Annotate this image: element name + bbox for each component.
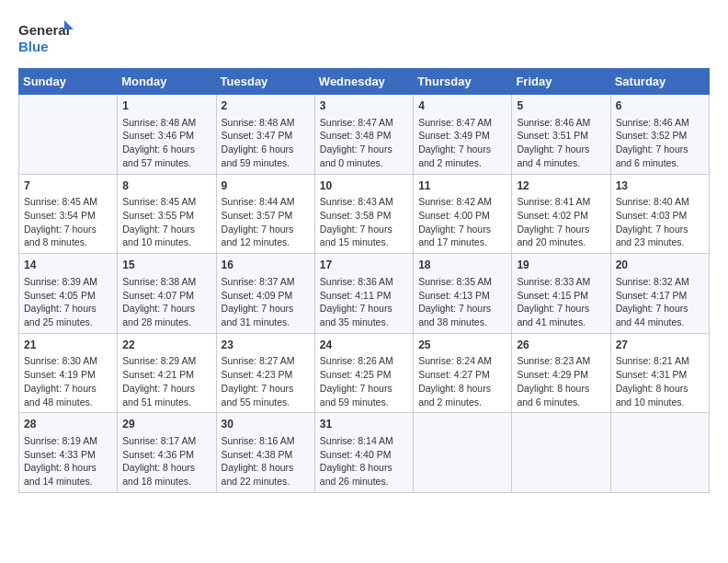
weekday-header: Friday <box>512 69 610 95</box>
calendar-week-row: 7Sunrise: 8:45 AMSunset: 3:54 PMDaylight… <box>19 174 710 254</box>
calendar-cell <box>512 413 610 493</box>
calendar-cell: 31Sunrise: 8:14 AMSunset: 4:40 PMDayligh… <box>314 413 413 493</box>
day-number: 6 <box>616 98 704 114</box>
day-number: 12 <box>517 178 605 194</box>
day-info: Sunrise: 8:44 AMSunset: 3:57 PMDaylight:… <box>222 195 310 249</box>
calendar-cell: 12Sunrise: 8:41 AMSunset: 4:02 PMDayligh… <box>512 174 610 254</box>
day-info: Sunrise: 8:37 AMSunset: 4:09 PMDaylight:… <box>222 275 310 329</box>
day-info: Sunrise: 8:47 AMSunset: 3:49 PMDaylight:… <box>418 116 506 170</box>
day-number: 28 <box>24 417 112 432</box>
day-info: Sunrise: 8:46 AMSunset: 3:51 PMDaylight:… <box>517 116 605 170</box>
day-info: Sunrise: 8:48 AMSunset: 3:47 PMDaylight:… <box>222 116 310 170</box>
day-number: 27 <box>616 338 704 353</box>
day-number: 7 <box>24 178 112 194</box>
day-number: 11 <box>418 178 506 194</box>
svg-text:General: General <box>18 22 70 38</box>
day-number: 15 <box>122 258 210 273</box>
calendar-week-row: 21Sunrise: 8:30 AMSunset: 4:19 PMDayligh… <box>19 333 710 413</box>
day-info: Sunrise: 8:35 AMSunset: 4:13 PMDaylight:… <box>418 275 506 329</box>
calendar-cell: 3Sunrise: 8:47 AMSunset: 3:48 PMDaylight… <box>314 95 413 175</box>
calendar-cell: 23Sunrise: 8:27 AMSunset: 4:23 PMDayligh… <box>216 333 314 413</box>
weekday-header: Thursday <box>414 69 512 95</box>
day-number: 4 <box>418 98 506 114</box>
day-number: 20 <box>616 258 704 273</box>
day-info: Sunrise: 8:46 AMSunset: 3:52 PMDaylight:… <box>616 116 704 170</box>
day-info: Sunrise: 8:23 AMSunset: 4:29 PMDaylight:… <box>517 354 605 408</box>
day-info: Sunrise: 8:42 AMSunset: 4:00 PMDaylight:… <box>418 195 506 249</box>
calendar-cell: 4Sunrise: 8:47 AMSunset: 3:49 PMDaylight… <box>414 95 512 175</box>
calendar-cell: 15Sunrise: 8:38 AMSunset: 4:07 PMDayligh… <box>118 254 216 334</box>
calendar-table: SundayMondayTuesdayWednesdayThursdayFrid… <box>18 68 710 493</box>
calendar-cell <box>414 413 512 493</box>
day-info: Sunrise: 8:45 AMSunset: 3:54 PMDaylight:… <box>24 195 112 249</box>
day-number: 3 <box>320 98 408 114</box>
calendar-cell: 16Sunrise: 8:37 AMSunset: 4:09 PMDayligh… <box>216 254 314 334</box>
calendar-cell: 20Sunrise: 8:32 AMSunset: 4:17 PMDayligh… <box>610 254 709 334</box>
day-number: 31 <box>320 417 408 432</box>
calendar-cell: 8Sunrise: 8:45 AMSunset: 3:55 PMDaylight… <box>118 174 216 254</box>
calendar-cell: 22Sunrise: 8:29 AMSunset: 4:21 PMDayligh… <box>118 333 216 413</box>
day-info: Sunrise: 8:32 AMSunset: 4:17 PMDaylight:… <box>616 275 704 329</box>
day-number: 17 <box>320 258 408 273</box>
weekday-header: Tuesday <box>216 69 314 95</box>
calendar-cell: 26Sunrise: 8:23 AMSunset: 4:29 PMDayligh… <box>512 333 610 413</box>
day-info: Sunrise: 8:21 AMSunset: 4:31 PMDaylight:… <box>616 354 704 408</box>
day-info: Sunrise: 8:41 AMSunset: 4:02 PMDaylight:… <box>517 195 605 249</box>
day-number: 16 <box>222 258 310 273</box>
day-info: Sunrise: 8:43 AMSunset: 3:58 PMDaylight:… <box>320 195 408 249</box>
day-info: Sunrise: 8:17 AMSunset: 4:36 PMDaylight:… <box>122 434 210 488</box>
weekday-header: Monday <box>118 69 216 95</box>
day-number: 8 <box>122 178 210 194</box>
svg-text:Blue: Blue <box>18 39 49 54</box>
day-info: Sunrise: 8:26 AMSunset: 4:25 PMDaylight:… <box>320 354 408 408</box>
weekday-header-row: SundayMondayTuesdayWednesdayThursdayFrid… <box>19 69 710 95</box>
weekday-header: Sunday <box>19 69 118 95</box>
day-number: 10 <box>320 178 408 194</box>
calendar-cell <box>610 413 709 493</box>
calendar-cell: 6Sunrise: 8:46 AMSunset: 3:52 PMDaylight… <box>610 95 709 175</box>
calendar-week-row: 14Sunrise: 8:39 AMSunset: 4:05 PMDayligh… <box>19 254 710 334</box>
day-info: Sunrise: 8:33 AMSunset: 4:15 PMDaylight:… <box>517 275 605 329</box>
day-number: 14 <box>24 258 112 273</box>
calendar-cell: 24Sunrise: 8:26 AMSunset: 4:25 PMDayligh… <box>314 333 413 413</box>
day-number: 19 <box>517 258 605 273</box>
day-number: 23 <box>222 338 310 353</box>
calendar-cell <box>19 95 118 175</box>
day-info: Sunrise: 8:36 AMSunset: 4:11 PMDaylight:… <box>320 275 408 329</box>
day-number: 5 <box>517 98 605 114</box>
day-number: 25 <box>418 338 506 353</box>
day-info: Sunrise: 8:45 AMSunset: 3:55 PMDaylight:… <box>122 195 210 249</box>
calendar-cell: 21Sunrise: 8:30 AMSunset: 4:19 PMDayligh… <box>19 333 118 413</box>
calendar-week-row: 28Sunrise: 8:19 AMSunset: 4:33 PMDayligh… <box>19 413 710 493</box>
calendar-cell: 27Sunrise: 8:21 AMSunset: 4:31 PMDayligh… <box>610 333 709 413</box>
day-number: 22 <box>122 338 210 353</box>
day-number: 26 <box>517 338 605 353</box>
day-info: Sunrise: 8:39 AMSunset: 4:05 PMDaylight:… <box>24 275 112 329</box>
day-number: 30 <box>222 417 310 432</box>
day-number: 9 <box>222 178 310 194</box>
day-info: Sunrise: 8:27 AMSunset: 4:23 PMDaylight:… <box>222 354 310 408</box>
day-info: Sunrise: 8:19 AMSunset: 4:33 PMDaylight:… <box>24 434 112 488</box>
day-number: 29 <box>122 417 210 432</box>
calendar-cell: 11Sunrise: 8:42 AMSunset: 4:00 PMDayligh… <box>414 174 512 254</box>
calendar-cell: 17Sunrise: 8:36 AMSunset: 4:11 PMDayligh… <box>314 254 413 334</box>
day-number: 2 <box>222 98 310 114</box>
day-number: 21 <box>24 338 112 353</box>
day-info: Sunrise: 8:47 AMSunset: 3:48 PMDaylight:… <box>320 116 408 170</box>
calendar-week-row: 1Sunrise: 8:48 AMSunset: 3:46 PMDaylight… <box>19 95 710 175</box>
day-info: Sunrise: 8:38 AMSunset: 4:07 PMDaylight:… <box>122 275 210 329</box>
day-info: Sunrise: 8:40 AMSunset: 4:03 PMDaylight:… <box>616 195 704 249</box>
logo: GeneralBlue <box>18 18 74 59</box>
calendar-cell: 29Sunrise: 8:17 AMSunset: 4:36 PMDayligh… <box>118 413 216 493</box>
day-info: Sunrise: 8:29 AMSunset: 4:21 PMDaylight:… <box>122 354 210 408</box>
calendar-cell: 5Sunrise: 8:46 AMSunset: 3:51 PMDaylight… <box>512 95 610 175</box>
day-number: 18 <box>418 258 506 273</box>
calendar-cell: 14Sunrise: 8:39 AMSunset: 4:05 PMDayligh… <box>19 254 118 334</box>
day-info: Sunrise: 8:24 AMSunset: 4:27 PMDaylight:… <box>418 354 506 408</box>
day-info: Sunrise: 8:48 AMSunset: 3:46 PMDaylight:… <box>122 116 210 170</box>
calendar-cell: 2Sunrise: 8:48 AMSunset: 3:47 PMDaylight… <box>216 95 314 175</box>
day-number: 1 <box>122 98 210 114</box>
header: GeneralBlue <box>18 18 710 59</box>
day-info: Sunrise: 8:16 AMSunset: 4:38 PMDaylight:… <box>222 434 310 488</box>
calendar-cell: 10Sunrise: 8:43 AMSunset: 3:58 PMDayligh… <box>314 174 413 254</box>
